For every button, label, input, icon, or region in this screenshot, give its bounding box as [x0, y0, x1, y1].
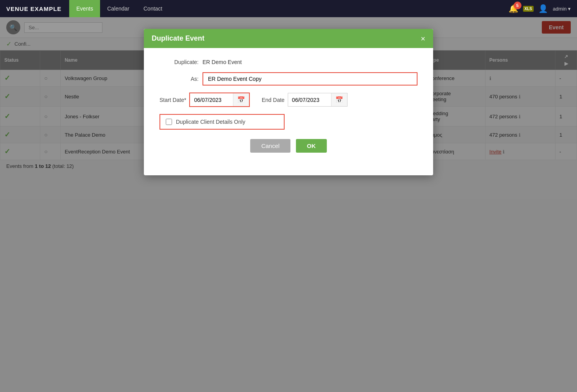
main-area: 🔍 Event ✓ Confi... Status Name Date Venu… [0, 17, 577, 392]
start-date-block: Start Date* 📅 [159, 93, 250, 107]
modal-overlay: Duplicate Event × Duplicate: ER Demo Eve… [0, 17, 577, 392]
start-date-label: Start Date* [159, 97, 186, 103]
nav-item-events[interactable]: Events [69, 0, 100, 17]
modal-close-button[interactable]: × [421, 35, 425, 43]
end-date-block: End Date 📅 [262, 93, 347, 107]
as-input[interactable] [202, 72, 418, 86]
duplicate-client-details-label[interactable]: Duplicate Client Details Only [176, 119, 245, 125]
duplicate-client-details-checkbox-row: Duplicate Client Details Only [159, 114, 285, 130]
duplicate-row: Duplicate: ER Demo Event [159, 59, 418, 65]
duplicate-value: ER Demo Event [202, 59, 242, 65]
end-date-input[interactable] [288, 94, 331, 106]
xls-icon[interactable]: XLS [523, 6, 534, 12]
as-label: As: [159, 76, 199, 82]
ok-button[interactable]: OK [296, 139, 327, 153]
nav-item-calendar[interactable]: Calendar [100, 0, 136, 17]
start-date-group: 📅 [189, 93, 250, 107]
start-date-calendar-button[interactable]: 📅 [233, 93, 249, 106]
duplicate-label: Duplicate: [159, 59, 199, 65]
nav-item-contact[interactable]: Contact [136, 0, 169, 17]
duplicate-client-details-checkbox[interactable] [166, 119, 172, 125]
brand-logo: VENUE EXAMPLE [6, 5, 61, 12]
user-menu[interactable]: admin ▾ [553, 6, 571, 12]
modal-title: Duplicate Event [152, 34, 204, 43]
modal-footer: Cancel OK [159, 139, 418, 164]
cancel-button[interactable]: Cancel [250, 139, 290, 153]
modal-header: Duplicate Event × [144, 29, 433, 48]
modal-body: Duplicate: ER Demo Event As: Start Date*… [144, 48, 433, 175]
top-navigation: VENUE EXAMPLE Events Calendar Contact 🔔 … [0, 0, 577, 17]
user-avatar-icon[interactable]: 👤 [538, 4, 548, 13]
as-row: As: [159, 72, 418, 86]
start-date-input[interactable] [190, 94, 233, 106]
end-date-label: End Date [262, 97, 284, 103]
nav-right-area: 🔔 5 XLS 👤 admin ▾ [509, 4, 571, 13]
dates-row: Start Date* 📅 End Date 📅 [159, 93, 418, 107]
end-date-group: 📅 [288, 93, 348, 107]
end-date-calendar-button[interactable]: 📅 [331, 93, 347, 106]
notification-badge: 5 [514, 2, 521, 9]
duplicate-event-modal: Duplicate Event × Duplicate: ER Demo Eve… [144, 29, 433, 175]
